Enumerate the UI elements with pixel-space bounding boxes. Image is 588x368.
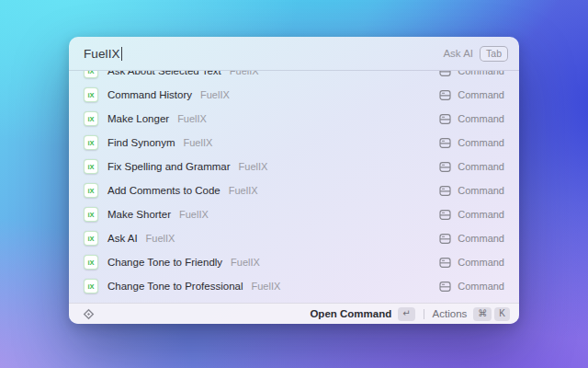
- command-subtitle: FuelIX: [177, 113, 207, 124]
- list-item[interactable]: iX Make Shorter FuelIX Command: [76, 202, 512, 226]
- enter-key-badge: ↵: [398, 307, 414, 321]
- command-title: Change Tone to Professional: [107, 281, 243, 292]
- list-item[interactable]: iX Command History FuelIX Command: [76, 83, 512, 107]
- k-key-badge: K: [494, 307, 510, 321]
- command-title: Make Longer: [107, 113, 169, 124]
- search-input[interactable]: FuelIX: [84, 47, 120, 61]
- command-type-icon: [439, 161, 451, 173]
- command-subtitle: FuelIX: [146, 233, 175, 244]
- ask-ai-hint[interactable]: Ask AI: [443, 48, 473, 59]
- command-type-icon: [439, 113, 451, 125]
- command-title: Add Comments to Code: [107, 185, 220, 196]
- command-type-label: Command: [458, 89, 504, 100]
- command-type-label: Command: [458, 161, 504, 172]
- actions-button[interactable]: Actions: [433, 308, 468, 319]
- command-type-label: Command: [458, 185, 504, 196]
- list-item[interactable]: iX Add Comments to Code FuelIX Command: [76, 178, 512, 202]
- command-type-label: Command: [458, 71, 504, 76]
- command-type-icon: [439, 71, 451, 77]
- list-item[interactable]: iX Ask AI FuelIX Command: [76, 226, 512, 250]
- command-title: Ask About Selected Text: [107, 71, 221, 76]
- fuelix-app-icon: iX: [84, 87, 98, 102]
- command-type-label: Command: [458, 233, 504, 244]
- command-type-label: Command: [458, 137, 504, 148]
- launcher-window: FuelIX Ask AI Tab iX Ask About Selected …: [69, 37, 519, 324]
- fuelix-app-icon: iX: [84, 207, 98, 222]
- command-title: Command History: [107, 89, 192, 100]
- command-subtitle: FuelIX: [231, 257, 260, 268]
- fuelix-app-icon: iX: [84, 183, 98, 198]
- tab-key-badge: Tab: [480, 46, 508, 62]
- command-subtitle: FuelIX: [230, 71, 259, 76]
- command-type-label: Command: [458, 281, 504, 292]
- fuelix-app-icon: iX: [84, 231, 98, 246]
- command-subtitle: FuelIX: [200, 89, 230, 100]
- footer-bar: Open Command ↵ Actions ⌘ K: [69, 303, 519, 324]
- list-item[interactable]: iX Ask About Selected Text FuelIX Comman…: [76, 71, 512, 83]
- command-type-label: Command: [458, 113, 504, 124]
- command-subtitle: FuelIX: [229, 185, 258, 196]
- fuelix-app-icon: iX: [84, 71, 98, 78]
- command-title: Change Tone to Friendly: [107, 257, 222, 268]
- list-item[interactable]: iX Change Tone to Professional FuelIX Co…: [76, 274, 512, 298]
- fuelix-app-icon: iX: [84, 279, 98, 293]
- list-item[interactable]: iX Make Longer FuelIX Command: [76, 107, 512, 131]
- list-item[interactable]: iX Change Tone to Friendly FuelIX Comman…: [76, 250, 512, 274]
- command-type-icon: [439, 281, 451, 293]
- cmd-key-badge: ⌘: [473, 307, 492, 321]
- fuelix-app-icon: iX: [84, 111, 98, 126]
- list-item[interactable]: iX Find Synonym FuelIX Command: [76, 131, 512, 155]
- command-subtitle: FuelIX: [184, 137, 213, 148]
- command-type-icon: [439, 89, 451, 101]
- open-command-button[interactable]: Open Command: [310, 308, 391, 319]
- command-list-viewport: iX Ask About Selected Text FuelIX Comman…: [69, 71, 519, 303]
- command-subtitle: FuelIX: [179, 209, 209, 220]
- command-subtitle: FuelIX: [251, 281, 280, 292]
- fuelix-app-icon: iX: [84, 159, 98, 174]
- search-bar: FuelIX Ask AI Tab: [69, 37, 519, 71]
- command-type-icon: [439, 185, 451, 197]
- footer-divider: [424, 309, 424, 319]
- command-type-label: Command: [458, 257, 504, 268]
- command-list: iX Ask About Selected Text FuelIX Comman…: [76, 71, 512, 298]
- command-type-label: Command: [458, 209, 504, 220]
- text-caret: [121, 47, 123, 61]
- app-logo-icon: [82, 307, 96, 321]
- fuelix-app-icon: iX: [84, 255, 98, 270]
- command-title: Find Synonym: [107, 137, 175, 148]
- command-type-icon: [439, 257, 451, 269]
- command-subtitle: FuelIX: [239, 161, 268, 172]
- command-type-icon: [439, 233, 451, 245]
- fuelix-app-icon: iX: [84, 135, 98, 150]
- list-item[interactable]: iX Fix Spelling and Grammar FuelIX Comma…: [76, 155, 512, 178]
- command-title: Ask AI: [107, 233, 138, 244]
- command-title: Fix Spelling and Grammar: [107, 161, 231, 172]
- command-title: Make Shorter: [107, 209, 171, 220]
- command-type-icon: [439, 137, 451, 149]
- command-type-icon: [439, 209, 451, 221]
